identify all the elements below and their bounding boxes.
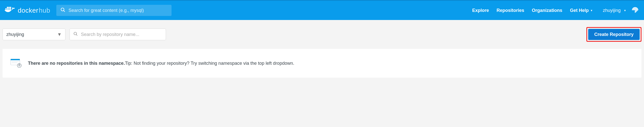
svg-rect-1 — [7, 8, 8, 10]
svg-rect-5 — [8, 7, 10, 8]
caret-down-icon: ▼ — [624, 9, 626, 12]
docker-whale-icon — [5, 6, 16, 15]
empty-state-panel: There are no repositories in this namesp… — [3, 49, 641, 78]
namespace-select[interactable]: zhuyijing ▼ — [3, 29, 65, 40]
search-icon — [73, 32, 78, 37]
svg-point-7 — [61, 8, 64, 11]
svg-line-10 — [76, 34, 77, 36]
logo-text-hub: hub — [39, 7, 50, 14]
svg-point-15 — [17, 64, 21, 68]
caret-down-icon: ▼ — [590, 9, 593, 12]
empty-state-text: There are no repositories in this namesp… — [28, 61, 294, 66]
repo-toolbar: zhuyijing ▼ Create Repository — [0, 20, 644, 42]
nav-repositories[interactable]: Repositories — [497, 8, 524, 13]
create-repo-highlight: Create Repository — [586, 27, 641, 42]
global-search[interactable] — [56, 5, 172, 16]
nav-get-help[interactable]: Get Help ▼ — [570, 8, 593, 13]
logo-text-docker: docker — [18, 7, 38, 14]
repo-search-input[interactable] — [81, 32, 162, 37]
svg-rect-4 — [7, 7, 8, 8]
svg-rect-2 — [8, 8, 10, 10]
create-repository-button[interactable]: Create Repository — [588, 29, 640, 40]
svg-line-8 — [63, 11, 65, 12]
repo-search[interactable] — [70, 29, 166, 40]
empty-repo-icon — [10, 56, 22, 70]
svg-rect-12 — [11, 59, 20, 60]
nav-explore[interactable]: Explore — [472, 8, 489, 13]
svg-rect-6 — [10, 7, 11, 8]
primary-nav: Explore Repositories Organizations Get H… — [472, 6, 639, 15]
svg-rect-3 — [10, 8, 11, 10]
global-search-input[interactable] — [69, 8, 167, 13]
chevron-down-icon: ▼ — [57, 32, 62, 37]
svg-rect-0 — [5, 8, 7, 10]
search-icon — [60, 7, 65, 13]
user-menu[interactable]: zhuyijing ▼ — [603, 6, 639, 15]
fingerprint-icon — [631, 6, 639, 15]
svg-point-9 — [74, 32, 77, 35]
username: zhuyijing — [603, 8, 621, 13]
namespace-value: zhuyijing — [6, 32, 24, 37]
empty-state-heading: There are no repositories in this namesp… — [28, 61, 125, 66]
empty-state-tip: Tip: Not finding your repository? Try sw… — [125, 61, 294, 66]
docker-logo[interactable]: dockerhub — [5, 6, 50, 15]
top-nav: dockerhub Explore Repositories Organizat… — [0, 0, 644, 20]
nav-organizations[interactable]: Organizations — [532, 8, 562, 13]
